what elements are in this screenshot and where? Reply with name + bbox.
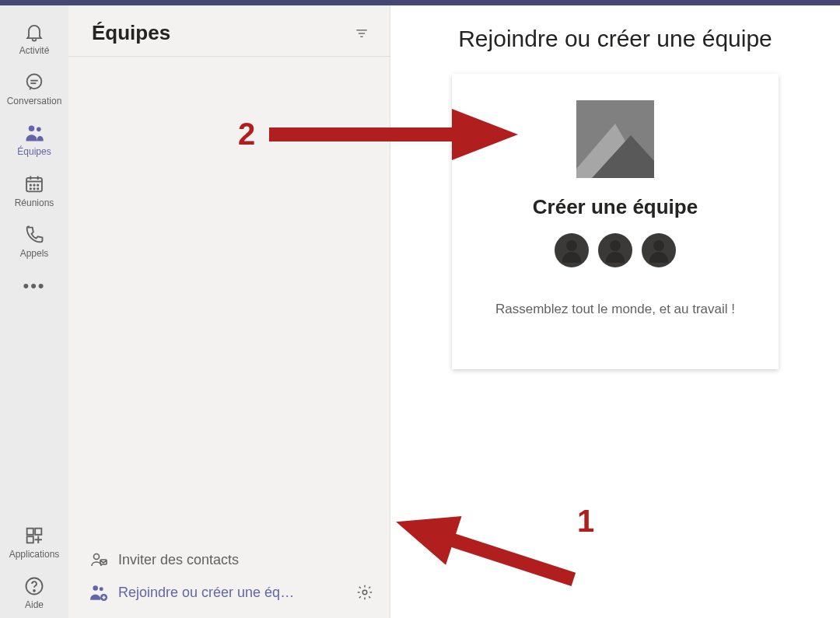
placeholder-image-icon [576,100,654,178]
phone-icon [23,224,45,246]
invite-contacts-label: Inviter des contacts [118,552,376,568]
rail-help[interactable]: Aide [0,567,68,618]
svg-point-13 [33,188,34,189]
main-panel: Rejoindre ou créer une équipe Créer une … [390,5,840,618]
svg-point-28 [362,590,367,595]
create-team-title: Créer une équipe [533,195,698,219]
svg-point-10 [33,184,34,185]
svg-point-14 [37,188,38,189]
rail-activity[interactable]: Activité [0,13,68,64]
rail-more[interactable]: ••• [23,267,45,306]
manage-teams-button[interactable] [354,584,376,601]
calendar-icon [23,173,45,195]
avatar-placeholder [598,233,632,267]
teams-panel: Équipes Inviter des contacts Rejoindre o… [68,5,390,618]
avatar-placeholder [555,233,589,267]
filter-icon [354,26,369,41]
svg-point-11 [37,184,38,185]
chat-icon [23,72,45,93]
join-create-team-label: Rejoindre ou créer une éq… [118,585,354,601]
team-add-icon [87,582,110,602]
rail-apps[interactable]: Applications [0,517,68,567]
teams-header: Équipes [68,5,390,57]
help-icon [23,575,45,597]
create-team-desc: Rassemblez tout le monde, et au travail … [495,302,735,317]
gear-icon [356,584,373,601]
svg-point-3 [29,126,34,131]
create-team-card[interactable]: Créer une équipe Rassemblez tout le mond… [452,74,779,369]
rail-chat-label: Conversation [7,96,62,106]
join-create-team-button[interactable]: Rejoindre ou créer une éq… [82,576,380,609]
svg-point-23 [94,554,100,560]
teams-icon [23,122,45,144]
rail-chat[interactable]: Conversation [0,64,68,114]
rail-help-label: Aide [25,600,44,610]
rail-meetings-label: Réunions [15,198,54,208]
apps-icon [23,525,45,546]
rail-meetings[interactable]: Réunions [0,166,68,216]
invite-contacts-button[interactable]: Inviter des contacts [82,543,380,576]
avatar-group [555,233,676,267]
svg-point-4 [37,127,41,132]
svg-point-19 [33,590,35,592]
invite-icon [87,550,110,569]
teams-title: Équipes [92,21,170,45]
title-bar [0,0,840,5]
svg-point-26 [100,587,103,591]
svg-point-12 [30,188,31,189]
teams-list-empty [68,57,390,537]
svg-point-9 [30,184,31,185]
svg-rect-15 [27,528,33,534]
page-title: Rejoindre ou créer une équipe [458,26,772,52]
svg-rect-17 [27,536,33,543]
filter-button[interactable] [351,23,373,44]
avatar-placeholder [642,233,676,267]
svg-point-25 [93,585,98,591]
rail-activity-label: Activité [19,46,50,56]
app-rail: Activité Conversation Équipes Réunions A… [0,5,68,618]
bell-icon [23,21,45,43]
rail-apps-label: Applications [9,550,60,560]
rail-calls[interactable]: Appels [0,216,68,267]
svg-rect-16 [35,528,41,534]
teams-footer: Inviter des contacts Rejoindre ou créer … [68,537,390,618]
rail-calls-label: Appels [20,249,49,259]
rail-teams-label: Équipes [17,147,51,157]
svg-point-0 [27,75,42,89]
rail-teams[interactable]: Équipes [0,114,68,165]
